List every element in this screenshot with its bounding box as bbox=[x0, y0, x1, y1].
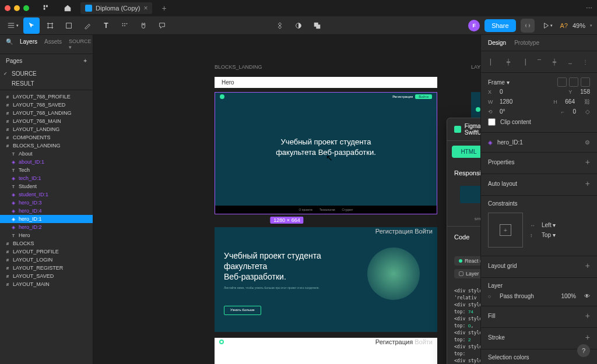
align-bottom-icon[interactable]: ⎽ bbox=[566, 57, 575, 66]
comment-tool[interactable] bbox=[154, 17, 170, 34]
constraint-v[interactable]: Top ▾ bbox=[542, 232, 556, 238]
opacity-input[interactable]: 100% bbox=[561, 293, 576, 299]
hand-tool[interactable] bbox=[135, 17, 152, 34]
link-wh-icon[interactable]: ⛓ bbox=[584, 98, 590, 105]
h-input[interactable]: 664 bbox=[565, 98, 575, 105]
layer-item[interactable]: ◈student_ID:1 bbox=[0, 190, 93, 199]
add-property-icon[interactable]: + bbox=[585, 157, 590, 167]
instance-options-icon[interactable]: ⚙ bbox=[585, 139, 590, 146]
text-tool[interactable]: T bbox=[98, 17, 114, 34]
layer-item[interactable]: THero bbox=[0, 231, 93, 239]
layer-item[interactable]: #LAYOUT_768_MAIN bbox=[0, 117, 93, 125]
minimize-window[interactable] bbox=[14, 5, 20, 11]
layer-item[interactable]: #LAYOUT_REGISTER bbox=[0, 264, 93, 272]
layer-names-option[interactable]: Layer Names bbox=[454, 269, 480, 278]
blend-mode[interactable]: Pass through bbox=[500, 293, 534, 299]
layer-item[interactable]: ◈tech_ID:1 bbox=[0, 174, 93, 182]
constraints-widget[interactable]: + bbox=[488, 213, 523, 248]
hero-frame-2[interactable]: Регистрация Войти Учебный проект студент… bbox=[215, 227, 437, 332]
rotation-input[interactable]: 0° bbox=[500, 108, 505, 115]
y-input[interactable]: 158 bbox=[580, 89, 590, 95]
layer-item[interactable]: ◈hero_ID:2 bbox=[0, 223, 93, 231]
close-window[interactable] bbox=[5, 5, 10, 11]
layer-item[interactable]: #LAYOUT_SAVED bbox=[0, 272, 93, 280]
add-page-icon[interactable]: + bbox=[83, 58, 87, 64]
x-input[interactable]: 0 bbox=[500, 89, 503, 95]
layer-item[interactable]: #BLOCKS bbox=[0, 239, 93, 248]
frame-label[interactable]: LAYOUT_LANDING bbox=[471, 64, 480, 70]
preview-sm[interactable] bbox=[460, 186, 480, 203]
design-tab[interactable]: Design bbox=[488, 40, 506, 46]
layers-tab[interactable]: Layers bbox=[20, 38, 37, 50]
component-tool[interactable] bbox=[272, 17, 288, 34]
resize-fixed-icon[interactable] bbox=[581, 77, 590, 87]
layer-item[interactable]: TStudent bbox=[0, 182, 93, 190]
resize-fit-icon[interactable] bbox=[557, 77, 567, 87]
devmode-toggle[interactable] bbox=[521, 19, 535, 33]
assets-tab[interactable]: Assets bbox=[44, 38, 62, 50]
visibility-icon[interactable]: 👁 bbox=[584, 293, 590, 299]
help-button[interactable]: ? bbox=[577, 344, 590, 357]
move-tool[interactable] bbox=[23, 17, 40, 34]
add-autolayout-icon[interactable]: + bbox=[585, 179, 590, 188]
page-selector[interactable]: SOURCE ▾ bbox=[69, 38, 92, 50]
hero-frame-selected[interactable]: Регистрация Войти Учебный проект студент… bbox=[215, 92, 437, 214]
shape-tool[interactable] bbox=[61, 17, 77, 34]
align-center-v-icon[interactable]: ┿ bbox=[550, 57, 559, 66]
hero-frame-3[interactable]: Регистрация Войти bbox=[215, 338, 437, 364]
frame-label[interactable]: Frame ▾ bbox=[488, 79, 510, 86]
align-right-icon[interactable]: ▕ bbox=[519, 57, 528, 66]
layer-item[interactable]: #LAYOUT_768_LANDING bbox=[0, 109, 93, 117]
react-option[interactable]: React (JSX) bbox=[454, 256, 480, 266]
pen-tool[interactable] bbox=[79, 17, 96, 34]
layer-item[interactable]: #LAYOUT_768_PROFILE bbox=[0, 93, 93, 101]
layer-item[interactable]: ◈hero_ID:3 bbox=[0, 199, 93, 207]
mask-tool[interactable] bbox=[290, 17, 307, 34]
layer-item[interactable]: #LAYOUT_LOGIN bbox=[0, 256, 93, 264]
align-center-h-icon[interactable]: ┿ bbox=[504, 57, 513, 66]
figma-menu[interactable] bbox=[38, 0, 55, 16]
main-menu[interactable]: ▾ bbox=[5, 17, 21, 34]
code-output[interactable]: <div style={{width: 1280, height: 664, p… bbox=[447, 283, 480, 364]
resize-fill-icon[interactable] bbox=[569, 77, 578, 87]
add-stroke-icon[interactable]: + bbox=[585, 333, 590, 342]
page-item[interactable]: RESULT bbox=[0, 79, 93, 89]
close-tab-icon[interactable]: × bbox=[143, 5, 148, 12]
frame-label[interactable]: BLOCKS_LANDING bbox=[215, 64, 262, 70]
layer-item[interactable]: #COMPONENTS bbox=[0, 133, 93, 142]
align-left-icon[interactable]: ▏ bbox=[488, 57, 497, 66]
share-button[interactable]: Share bbox=[484, 19, 515, 32]
layer-item[interactable]: TTech bbox=[0, 166, 93, 174]
new-tab[interactable]: + bbox=[157, 2, 171, 14]
present-button[interactable]: ▾ bbox=[539, 17, 556, 34]
layer-item[interactable]: #LAYOUT_768_SAVED bbox=[0, 101, 93, 109]
resources-tool[interactable] bbox=[117, 17, 133, 34]
constraint-h[interactable]: Left ▾ bbox=[542, 222, 556, 228]
more-icon[interactable]: ⋯ bbox=[586, 5, 592, 12]
layer-item[interactable]: ◈hero_ID:1 bbox=[0, 215, 93, 223]
zoom-level[interactable]: 49% bbox=[573, 22, 585, 29]
radius-input[interactable]: 0 bbox=[573, 108, 576, 115]
layer-item[interactable]: #LAYOUT_PROFILE bbox=[0, 248, 93, 256]
w-input[interactable]: 1280 bbox=[500, 98, 512, 105]
add-grid-icon[interactable]: + bbox=[585, 261, 590, 270]
warning-badge[interactable]: A? bbox=[560, 22, 568, 29]
maximize-window[interactable] bbox=[23, 5, 29, 11]
file-tab[interactable]: Diploma (Copy) × bbox=[80, 2, 152, 14]
layer-item[interactable]: TAbout bbox=[0, 150, 93, 158]
layer-item[interactable]: ◈about_ID:1 bbox=[0, 158, 93, 166]
add-fill-icon[interactable]: + bbox=[585, 311, 590, 320]
align-top-icon[interactable]: ⎺ bbox=[535, 57, 544, 66]
layer-item[interactable]: ◈hero_ID:4 bbox=[0, 207, 93, 215]
html-tab[interactable]: HTML bbox=[452, 146, 480, 158]
boolean-tool[interactable] bbox=[309, 17, 325, 34]
search-icon[interactable]: 🔍 bbox=[6, 38, 13, 50]
canvas[interactable]: BLOCKS_LANDING LAYOUT_LANDING Hero Регис… bbox=[93, 35, 480, 364]
home-icon[interactable] bbox=[59, 0, 76, 16]
distribute-icon[interactable]: ⋮ bbox=[581, 57, 590, 66]
layer-item[interactable]: #BLOCKS_LANDING bbox=[0, 142, 93, 150]
page-item[interactable]: SOURCE bbox=[0, 69, 93, 79]
prototype-tab[interactable]: Prototype bbox=[514, 40, 539, 46]
layer-item[interactable]: #LAYOUT_LANDING bbox=[0, 125, 93, 133]
instance-name[interactable]: hero_ID:1 bbox=[497, 139, 523, 146]
